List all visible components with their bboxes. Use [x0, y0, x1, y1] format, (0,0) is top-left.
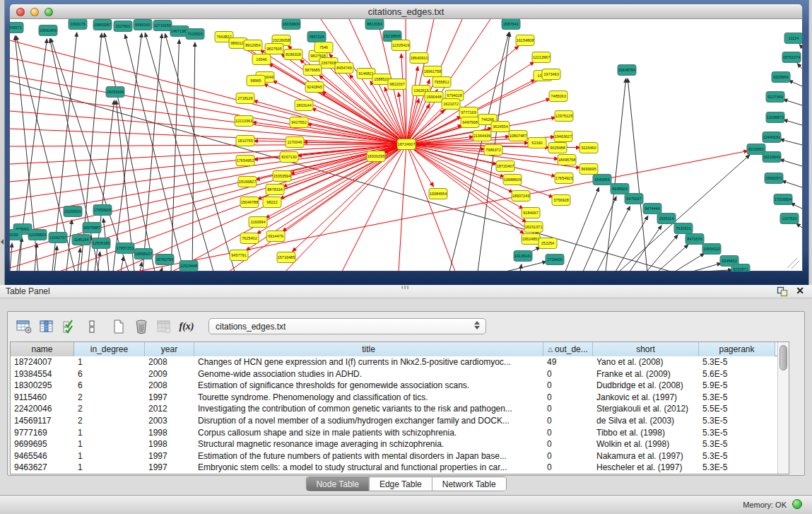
- graph-node[interactable]: 1621072: [442, 99, 460, 110]
- graph-node[interactable]: 9250871: [731, 264, 750, 272]
- graph-node[interactable]: 7485063: [549, 91, 567, 102]
- graph-node[interactable]: 1167533: [780, 214, 799, 224]
- graph-node[interactable]: 2718126: [236, 93, 254, 104]
- graph-node[interactable]: 1640954: [593, 175, 611, 185]
- graph-edge[interactable]: [113, 33, 142, 271]
- graph-node[interactable]: 7955812: [433, 77, 451, 88]
- graph-node[interactable]: 16033809: [282, 19, 300, 30]
- graph-node[interactable]: 5875685: [303, 65, 322, 76]
- graph-node[interactable]: 3756928: [552, 195, 570, 206]
- graph-edge[interactable]: [791, 203, 802, 209]
- graph-node[interactable]: 9938923: [611, 184, 629, 194]
- graph-node[interactable]: 16958107: [134, 249, 153, 259]
- graph-edge-selected[interactable]: [10, 76, 406, 144]
- graph-node[interactable]: 18300295: [367, 151, 385, 162]
- minimize-window-icon[interactable]: [30, 8, 39, 16]
- graph-node[interactable]: 1810755: [236, 136, 254, 146]
- column-header-title[interactable]: title: [194, 342, 543, 356]
- graph-node[interactable]: 15166827: [238, 177, 257, 187]
- graph-node[interactable]: 6914479: [266, 231, 285, 242]
- graph-edge-selected[interactable]: [399, 144, 406, 271]
- graph-node[interactable]: 2405572: [10, 23, 23, 33]
- memory-status-icon[interactable]: [792, 499, 802, 509]
- graph-node[interactable]: 20691406: [39, 25, 57, 36]
- graph-edge[interactable]: [506, 262, 546, 271]
- graph-node[interactable]: 9025488: [548, 143, 567, 153]
- graph-node[interactable]: 21364436: [473, 131, 491, 141]
- graph-node[interactable]: 9242845: [305, 82, 324, 93]
- graph-node[interactable]: 18495758: [558, 155, 576, 165]
- graph-node[interactable]: 8454749: [335, 63, 353, 74]
- graph-node[interactable]: 11124: [784, 33, 802, 44]
- graph-edge-selected[interactable]: [10, 144, 406, 146]
- graph-node[interactable]: 19384554: [429, 189, 447, 199]
- graph-edge-selected[interactable]: [406, 144, 455, 271]
- graph-edge[interactable]: [784, 119, 802, 125]
- graph-node[interactable]: 8471676: [686, 234, 704, 245]
- graph-node[interactable]: 98965: [247, 76, 265, 86]
- graph-node[interactable]: 10719155: [153, 21, 172, 31]
- select-all-rows-icon[interactable]: [59, 316, 80, 337]
- graph-node[interactable]: 2935114: [657, 214, 676, 224]
- graph-edge-selected[interactable]: [10, 144, 406, 164]
- graph-node[interactable]: 9457791: [230, 250, 248, 261]
- graph-edge[interactable]: [140, 262, 142, 271]
- column-header-pagerank[interactable]: pagerank: [699, 342, 775, 356]
- graph-edge[interactable]: [779, 159, 802, 166]
- graph-node[interactable]: 9184067: [522, 208, 540, 218]
- graph-edge-selected[interactable]: [406, 144, 553, 197]
- graph-edge[interactable]: [658, 245, 688, 271]
- table-row[interactable]: 946362711997Embryonic stem cells: a mode…: [11, 462, 789, 474]
- graph-edge[interactable]: [782, 181, 802, 187]
- graph-node[interactable]: 7625402: [240, 233, 259, 244]
- graph-edge-selected[interactable]: [10, 144, 406, 252]
- graph-node[interactable]: 9427552: [290, 117, 308, 128]
- graph-edge[interactable]: [104, 33, 155, 271]
- table-row[interactable]: 1830029562008Estimation of significance …: [11, 380, 789, 392]
- graph-node[interactable]: 6479197: [625, 194, 643, 204]
- graph-node[interactable]: 9777169: [459, 107, 478, 118]
- network-canvas[interactable]: 1872400718300295193845542405572206914062…: [9, 19, 803, 271]
- graph-hub-node[interactable]: 18724007: [397, 139, 416, 150]
- column-header-out_degree[interactable]: △out_de...: [543, 342, 593, 356]
- graph-node[interactable]: 15353594: [273, 171, 291, 182]
- graph-node[interactable]: 15716485: [277, 252, 295, 263]
- graph-node[interactable]: 16151371: [524, 222, 543, 233]
- graph-node[interactable]: 10653287: [93, 20, 112, 30]
- table-scrollbar[interactable]: [777, 342, 789, 474]
- graph-node[interactable]: 12975125: [555, 111, 573, 122]
- graph-node[interactable]: 1973493: [542, 69, 560, 80]
- graph-edge[interactable]: [583, 197, 616, 271]
- graph-node[interactable]: 7546: [314, 42, 333, 53]
- graph-edge[interactable]: [597, 206, 630, 271]
- graph-node[interactable]: 10654112: [702, 244, 721, 255]
- graph-edge-selected[interactable]: [322, 91, 406, 144]
- graph-node[interactable]: 12213363: [235, 116, 253, 127]
- graph-edge[interactable]: [799, 45, 802, 47]
- graph-node[interactable]: 7632621: [674, 223, 693, 234]
- graph-edge[interactable]: [675, 253, 705, 271]
- graph-node[interactable]: 15751074: [782, 52, 801, 63]
- graph-node[interactable]: 12213967: [532, 52, 551, 63]
- graph-node[interactable]: 98222: [263, 197, 281, 208]
- graph-node[interactable]: 8878334: [266, 185, 284, 195]
- graph-node[interactable]: 9474444: [643, 204, 661, 214]
- graph-node[interactable]: 1990448: [425, 92, 443, 103]
- graph-node[interactable]: 3624554: [491, 122, 510, 132]
- graph-node[interactable]: 26053346: [106, 87, 124, 98]
- graph-node[interactable]: 252254: [539, 238, 557, 249]
- graph-node[interactable]: 16782759: [155, 255, 174, 265]
- graph-node[interactable]: 7857224: [307, 32, 326, 42]
- float-panel-icon[interactable]: [777, 286, 788, 297]
- graph-edge[interactable]: [783, 100, 802, 105]
- graph-node[interactable]: 17959928: [93, 205, 112, 216]
- graph-node[interactable]: 2393176: [69, 19, 87, 30]
- graph-node[interactable]: 8267130: [280, 152, 298, 163]
- tab-network-table[interactable]: Network Table: [432, 477, 506, 491]
- show-column-icon[interactable]: [36, 316, 57, 337]
- graph-node[interactable]: 12095872: [766, 112, 784, 123]
- graph-node[interactable]: 9699695: [579, 164, 598, 175]
- graph-node[interactable]: 8186328: [284, 49, 302, 60]
- graph-edge-selected[interactable]: [10, 40, 406, 144]
- graph-node[interactable]: 1170046: [286, 137, 304, 148]
